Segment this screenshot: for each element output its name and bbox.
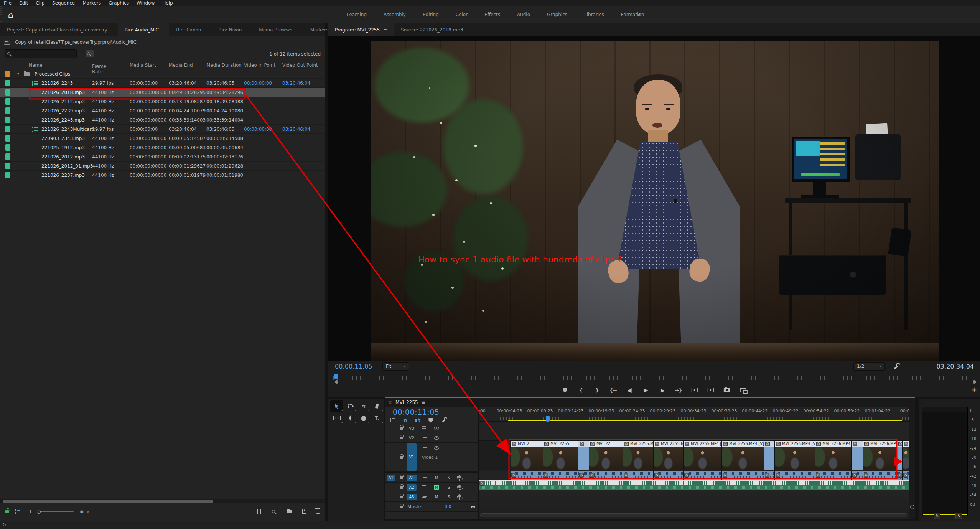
clip-name[interactable]: 220903_2343.mp3 bbox=[41, 136, 85, 141]
clip-name[interactable]: 221026_2239.mp3 bbox=[41, 108, 85, 114]
video-clip[interactable]: fxMVI_2256.MP4 [V] bbox=[815, 441, 852, 470]
playback-resolution-dropdown[interactable]: 1/2 ∨ bbox=[853, 362, 885, 371]
audio-clip[interactable]: fx bbox=[543, 471, 578, 480]
icon-view-button[interactable] bbox=[26, 510, 31, 513]
tool-track-select-forward[interactable] bbox=[344, 400, 357, 412]
label-color-chip[interactable] bbox=[5, 135, 10, 142]
expand-chevron-icon[interactable]: ∨ bbox=[17, 72, 20, 76]
column-media-duration[interactable]: Media Duration bbox=[206, 63, 242, 68]
sync-lock-icon[interactable] bbox=[422, 485, 427, 489]
lock-icon[interactable] bbox=[400, 506, 403, 508]
workspace-tab[interactable]: Assembly bbox=[375, 12, 414, 17]
table-row[interactable]: ∨ 221026_2239.mp3 44100 Hz 00:00:00:0000… bbox=[0, 106, 325, 115]
label-color-chip[interactable] bbox=[5, 80, 10, 86]
audio-clip[interactable]: fx bbox=[722, 471, 764, 480]
find-button[interactable] bbox=[272, 510, 275, 513]
label-color-chip[interactable] bbox=[5, 153, 10, 160]
menu-item[interactable]: Help bbox=[158, 0, 176, 6]
solo-button-a3[interactable]: S bbox=[446, 494, 451, 499]
lane-a3[interactable] bbox=[479, 490, 909, 499]
table-row[interactable]: ∨ 221026_2112.mp3 44100 Hz 00:00:00:0000… bbox=[0, 97, 325, 106]
fit-sequence-icon[interactable]: ▶◀ bbox=[471, 505, 474, 508]
table-row[interactable]: ∨ Processed Clips bbox=[0, 69, 325, 79]
track-id-a1[interactable]: A1 bbox=[407, 475, 417, 481]
panel-tab[interactable]: Bin: Canon bbox=[169, 23, 211, 36]
clip-name[interactable]: 221026_2112.mp3 bbox=[41, 99, 85, 104]
video-clip[interactable]: fxMVI_2255.M bbox=[623, 441, 654, 470]
table-row[interactable]: ∨ 221026_2243.mp3 44100 Hz 00:00:00:0000… bbox=[0, 115, 325, 125]
panel-menu-icon[interactable]: ≡ bbox=[422, 400, 425, 405]
workspace-tab[interactable]: Editing bbox=[414, 12, 447, 17]
step-back-button[interactable]: ◀| bbox=[626, 387, 633, 393]
menu-item[interactable]: Graphics bbox=[105, 0, 133, 6]
comparison-view-button[interactable] bbox=[740, 388, 746, 392]
sequence-tab-label[interactable]: MVI_2255 bbox=[395, 400, 418, 405]
clip-name[interactable]: 221026_2243Multicam bbox=[41, 127, 94, 132]
clip-name[interactable]: 221026_2243 bbox=[41, 81, 73, 86]
menu-item[interactable]: Sequence bbox=[48, 0, 79, 6]
tool-hand[interactable] bbox=[357, 412, 370, 424]
lift-button[interactable] bbox=[691, 388, 698, 392]
sequence-settings-icon[interactable] bbox=[390, 418, 395, 422]
panel-tab[interactable]: Bin: Nikon bbox=[211, 23, 252, 36]
timeline-ruler[interactable]: :00:0000:00:04:2300:00:09:2300:00:14:230… bbox=[479, 407, 909, 422]
table-row[interactable]: ∨ 221026_2237.mp3 44100 Hz 00:00:00:0000… bbox=[0, 171, 325, 180]
workspace-tab[interactable]: Color bbox=[447, 12, 476, 17]
vscroll-knob[interactable] bbox=[910, 505, 914, 509]
audio-clip[interactable]: fx bbox=[511, 471, 543, 480]
lane-v1[interactable]: fxMVI_2 fxMVI_2255. fx bbox=[479, 441, 909, 470]
go-to-in-button[interactable]: {← bbox=[610, 387, 617, 393]
monitor-settings-wrench-icon[interactable] bbox=[893, 363, 899, 369]
clip-name[interactable]: 221026_2012.mp3 bbox=[41, 154, 85, 160]
track-output-eye-icon[interactable] bbox=[434, 446, 439, 450]
panel-menu-icon[interactable]: ≡ bbox=[383, 27, 387, 33]
table-row[interactable]: ∨ 221026_2243Multicam 29,97 fps 00;00;00… bbox=[0, 125, 325, 134]
video-clip[interactable]: fx bbox=[578, 441, 589, 470]
close-icon[interactable]: × bbox=[388, 400, 392, 405]
workspace-tab[interactable]: Formation bbox=[613, 12, 653, 17]
table-row[interactable]: ∨ 221026_2018.mp3 44100 Hz 00:00:00:0000… bbox=[0, 88, 325, 97]
timeline-settings-wrench-icon[interactable] bbox=[441, 417, 446, 423]
search-box[interactable] bbox=[5, 49, 77, 58]
play-button[interactable]: ▶ bbox=[642, 387, 649, 394]
monitor-scrubber[interactable] bbox=[328, 373, 980, 382]
tool-slip[interactable]: ↔ bbox=[330, 412, 343, 424]
voiceover-record-icon[interactable] bbox=[458, 475, 461, 478]
mute-button-a1[interactable]: M bbox=[434, 475, 439, 480]
solo-button-a2[interactable]: S bbox=[446, 485, 451, 490]
lock-icon[interactable] bbox=[400, 496, 403, 498]
track-id-v1[interactable]: V1 bbox=[407, 443, 417, 471]
column-video-out[interactable]: Video Out Point bbox=[282, 63, 318, 68]
sync-lock-icon[interactable] bbox=[422, 476, 427, 480]
source-patch-a1[interactable]: A1 bbox=[387, 475, 395, 481]
table-row[interactable]: ∨ 221026_2012_01.mp3 44100 Hz 00:00:00:0… bbox=[0, 162, 325, 171]
menu-item[interactable]: File bbox=[0, 0, 15, 6]
label-color-chip[interactable] bbox=[5, 117, 10, 123]
video-display-area[interactable]: How to sync 1 audio file with hundreds o… bbox=[328, 36, 980, 361]
track-id-v2[interactable]: V2 bbox=[406, 435, 417, 440]
column-media-end[interactable]: Media End bbox=[169, 63, 193, 68]
column-media-start[interactable]: Media Start bbox=[130, 63, 156, 68]
go-to-out-button[interactable]: →} bbox=[675, 387, 682, 393]
lane-v3[interactable] bbox=[479, 422, 909, 431]
sync-lock-icon[interactable] bbox=[422, 436, 427, 440]
track-output-eye-icon[interactable] bbox=[434, 436, 439, 440]
video-clip[interactable]: fx bbox=[897, 441, 903, 470]
tool-ripple-edit[interactable]: ⇆ bbox=[357, 400, 370, 412]
search-filter-button[interactable] bbox=[86, 50, 94, 57]
clip-name[interactable]: 221026_2012_01.mp3 bbox=[41, 163, 93, 169]
navigate-up-icon[interactable] bbox=[4, 40, 10, 45]
clip-name[interactable]: 221026_2243.mp3 bbox=[41, 117, 85, 123]
automate-to-sequence-button[interactable] bbox=[257, 509, 262, 514]
label-color-chip[interactable] bbox=[5, 172, 10, 178]
audio-clip[interactable]: fx bbox=[654, 471, 684, 480]
timeline-hscrollbar[interactable] bbox=[480, 513, 907, 517]
add-marker-button[interactable] bbox=[562, 388, 568, 393]
label-color-chip[interactable] bbox=[5, 71, 10, 77]
meter-solo-left[interactable]: S bbox=[934, 513, 940, 519]
track-id-a2[interactable]: A2 bbox=[407, 484, 417, 491]
lock-icon[interactable] bbox=[400, 486, 403, 489]
meter-solo-right[interactable]: S bbox=[955, 513, 962, 519]
menu-item[interactable]: Clip bbox=[32, 0, 48, 6]
video-clip[interactable]: fxMVI_22 bbox=[589, 441, 623, 470]
